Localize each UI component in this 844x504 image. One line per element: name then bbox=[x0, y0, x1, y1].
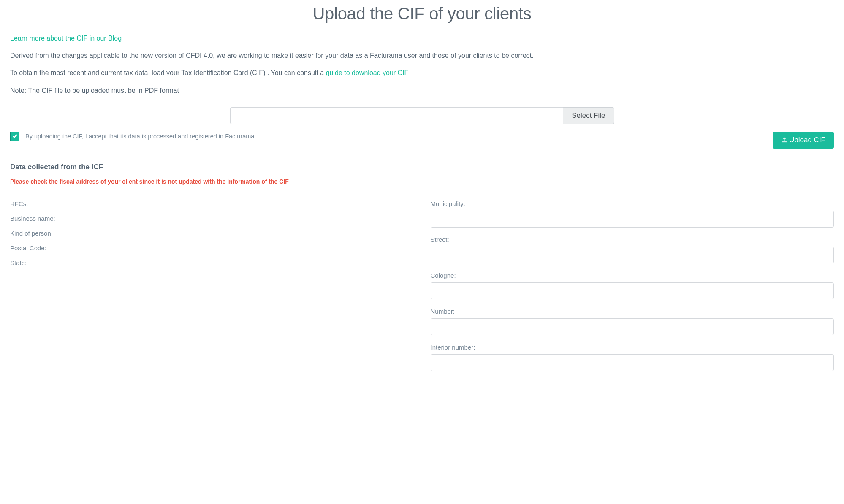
cologne-label: Cologne: bbox=[431, 272, 834, 279]
accept-checkbox[interactable] bbox=[10, 132, 19, 141]
accept-text: By uploading the CIF, I accept that its … bbox=[25, 133, 254, 140]
number-label: Number: bbox=[431, 308, 834, 315]
cologne-input[interactable] bbox=[431, 282, 834, 299]
business-name-label: Business name: bbox=[10, 215, 414, 222]
data-collected-title: Data collected from the ICF bbox=[10, 163, 834, 171]
upload-icon bbox=[781, 137, 787, 143]
interior-number-input[interactable] bbox=[431, 354, 834, 371]
street-input[interactable] bbox=[431, 247, 834, 263]
upload-cif-button[interactable]: Upload CIF bbox=[773, 132, 834, 149]
page-title: Upload the CIF of your clients bbox=[10, 4, 834, 23]
number-field: Number: bbox=[431, 308, 834, 335]
address-fields-column: Municipality: Street: Cologne: Number: I… bbox=[431, 200, 834, 379]
rfc-label: RFCs: bbox=[10, 200, 414, 207]
municipality-field: Municipality: bbox=[431, 200, 834, 228]
intro-paragraph-1: Derived from the changes applicable to t… bbox=[10, 51, 834, 60]
kind-of-person-label: Kind of person: bbox=[10, 230, 414, 237]
readonly-fields-column: RFCs: Business name: Kind of person: Pos… bbox=[10, 200, 414, 379]
interior-number-field: Interior number: bbox=[431, 344, 834, 371]
state-label: State: bbox=[10, 259, 414, 266]
data-columns: RFCs: Business name: Kind of person: Pos… bbox=[10, 200, 834, 379]
municipality-label: Municipality: bbox=[431, 200, 834, 207]
accept-wrap: By uploading the CIF, I accept that its … bbox=[10, 132, 254, 141]
check-icon bbox=[12, 133, 18, 139]
guide-link[interactable]: guide to download your CIF bbox=[326, 69, 409, 76]
intro-block: Learn more about the CIF in our Blog Der… bbox=[10, 33, 834, 95]
intro-p2-prefix: To obtain the most recent and current ta… bbox=[10, 69, 326, 76]
blog-link[interactable]: Learn more about the CIF in our Blog bbox=[10, 35, 122, 42]
select-file-button[interactable]: Select File bbox=[563, 107, 614, 124]
file-input-group: Select File bbox=[230, 107, 614, 124]
cologne-field: Cologne: bbox=[431, 272, 834, 299]
file-path-input[interactable] bbox=[230, 107, 563, 124]
interior-number-label: Interior number: bbox=[431, 344, 834, 351]
intro-note: Note: The CIF file to be uploaded must b… bbox=[10, 86, 834, 95]
street-field: Street: bbox=[431, 236, 834, 263]
upload-button-label: Upload CIF bbox=[789, 136, 825, 144]
file-selector-row: Select File bbox=[10, 107, 834, 124]
street-label: Street: bbox=[431, 236, 834, 243]
postal-code-label: Postal Code: bbox=[10, 244, 414, 252]
intro-paragraph-2: To obtain the most recent and current ta… bbox=[10, 68, 834, 78]
municipality-input[interactable] bbox=[431, 211, 834, 228]
svg-rect-0 bbox=[782, 142, 787, 143]
number-input[interactable] bbox=[431, 318, 834, 335]
accept-upload-row: By uploading the CIF, I accept that its … bbox=[10, 132, 834, 149]
fiscal-address-warning: Please check the fiscal address of your … bbox=[10, 178, 834, 185]
